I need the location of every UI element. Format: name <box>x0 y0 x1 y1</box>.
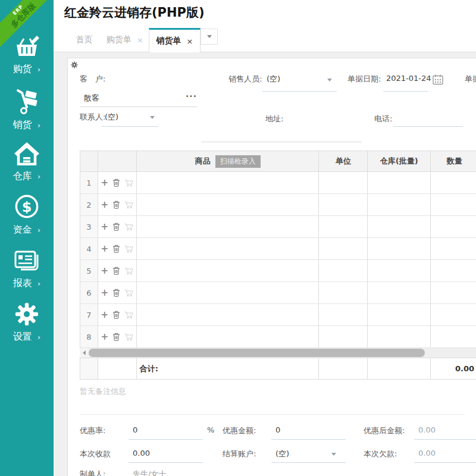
scrollbar-thumb[interactable] <box>89 349 425 357</box>
discount-rate-input[interactable]: 0 <box>129 425 203 440</box>
add-row-icon[interactable]: + <box>101 201 109 209</box>
warehouse-cell[interactable] <box>368 238 431 260</box>
scan-gun-entry-button[interactable]: 扫描枪录入 <box>215 155 261 168</box>
address-label: 地址: <box>265 114 283 124</box>
after-discount-value: 0.00 <box>414 425 476 440</box>
contact-select[interactable]: (空) <box>102 112 158 127</box>
unit-cell[interactable] <box>319 172 368 194</box>
account-select[interactable]: (空) <box>271 449 346 463</box>
cart-icon[interactable] <box>124 333 133 341</box>
delete-row-icon[interactable] <box>112 333 120 341</box>
warehouse-cell[interactable] <box>368 260 431 282</box>
warehouse-cell[interactable] <box>368 282 431 304</box>
product-cell[interactable] <box>137 282 320 304</box>
docno-label: 单据 <box>465 74 476 84</box>
sidebar-item-reports[interactable]: 报表› <box>0 250 54 290</box>
add-row-icon[interactable]: + <box>101 267 109 275</box>
unit-cell[interactable] <box>319 326 368 348</box>
cart-icon[interactable] <box>124 267 133 275</box>
qty-cell[interactable] <box>431 238 476 260</box>
sidebar-item-purchase[interactable]: 购货› <box>0 35 54 76</box>
scroll-left-button[interactable] <box>80 348 89 358</box>
row-number: 4 <box>80 238 98 260</box>
product-cell[interactable] <box>137 326 320 348</box>
dollar-icon: $ <box>14 194 39 219</box>
date-input[interactable]: 2021-01-24 <box>383 74 428 92</box>
warehouse-cell[interactable] <box>368 172 431 194</box>
discount-amount-input[interactable]: 0 <box>271 425 346 440</box>
customer-picker-button[interactable]: ··· <box>186 92 197 101</box>
delete-row-icon[interactable] <box>112 223 120 231</box>
add-row-icon[interactable]: + <box>101 311 109 319</box>
add-row-icon[interactable]: + <box>101 223 109 231</box>
close-icon[interactable]: × <box>137 36 143 45</box>
qty-cell[interactable] <box>431 260 476 282</box>
qty-cell[interactable] <box>431 282 476 304</box>
total-warehouse-cell <box>368 358 431 380</box>
cart-icon[interactable] <box>124 311 133 319</box>
product-cell[interactable] <box>137 304 320 326</box>
add-row-icon[interactable]: + <box>101 289 109 297</box>
tab-purchase-order[interactable]: 购货单 × <box>101 28 149 52</box>
cart-icon[interactable] <box>124 223 133 231</box>
row-number: 2 <box>80 194 98 216</box>
panel-gear-icon[interactable] <box>71 61 78 68</box>
total-unit-cell <box>319 358 368 380</box>
sidebar-item-settings[interactable]: 设置› <box>0 302 54 343</box>
unit-cell[interactable] <box>319 282 368 304</box>
delete-row-icon[interactable] <box>112 289 120 297</box>
tab-home[interactable]: 首页 <box>67 28 101 52</box>
unit-cell[interactable] <box>319 260 368 282</box>
delete-row-icon[interactable] <box>112 267 120 275</box>
warehouse-cell[interactable] <box>368 194 431 216</box>
cart-icon[interactable] <box>124 289 133 297</box>
total-actions-cell <box>98 358 137 380</box>
unit-cell[interactable] <box>319 216 368 238</box>
product-cell[interactable] <box>137 216 320 238</box>
delete-row-icon[interactable] <box>112 178 120 187</box>
cart-icon[interactable] <box>124 245 133 253</box>
unit-cell[interactable] <box>319 238 368 260</box>
warehouse-cell[interactable] <box>368 216 431 238</box>
close-icon[interactable]: × <box>187 37 193 46</box>
product-cell[interactable] <box>137 172 320 194</box>
qty-cell[interactable] <box>431 172 476 194</box>
salesperson-select[interactable]: (空) <box>262 74 337 92</box>
cart-icon[interactable] <box>124 179 133 187</box>
add-row-icon[interactable]: + <box>101 245 109 253</box>
row-actions: + <box>98 260 137 282</box>
received-input[interactable]: 0.00 <box>129 449 203 463</box>
chevron-right-icon: › <box>37 333 40 342</box>
horizontal-scrollbar[interactable] <box>80 348 476 358</box>
sidebar-item-warehouse[interactable]: 仓库› <box>0 142 54 183</box>
warehouse-cell[interactable] <box>368 326 431 348</box>
tab-list-dropdown[interactable] <box>201 29 218 45</box>
row-actions: + <box>98 238 137 260</box>
warehouse-cell[interactable] <box>368 304 431 326</box>
product-cell[interactable] <box>137 238 320 260</box>
phone-input[interactable] <box>393 114 463 127</box>
tab-sales-order[interactable]: 销货单 × <box>149 28 201 52</box>
delete-row-icon[interactable] <box>112 201 120 209</box>
product-cell[interactable] <box>137 194 320 216</box>
sidebar-item-sales[interactable]: 销货› <box>0 88 54 131</box>
delete-row-icon[interactable] <box>112 311 120 319</box>
sidebar-item-funds[interactable]: $ 资金› <box>0 194 54 236</box>
tab-bar: 首页 购货单 × 销货单 × <box>54 28 476 52</box>
qty-cell[interactable] <box>431 216 476 238</box>
qty-cell[interactable] <box>431 326 476 348</box>
remark-input[interactable]: 暂无备注信息 <box>80 386 126 397</box>
qty-cell[interactable] <box>431 194 476 216</box>
table-row: 8 + <box>80 326 476 348</box>
unit-cell[interactable] <box>319 194 368 216</box>
qty-cell[interactable] <box>431 304 476 326</box>
calendar-icon[interactable] <box>432 74 444 86</box>
cart-icon[interactable] <box>124 201 133 209</box>
add-row-icon[interactable]: + <box>101 333 109 341</box>
delete-row-icon[interactable] <box>112 245 120 253</box>
customer-input[interactable]: 散客 <box>80 90 197 107</box>
unit-cell[interactable] <box>319 304 368 326</box>
product-cell[interactable] <box>137 260 320 282</box>
address-input[interactable] <box>201 142 362 142</box>
add-row-icon[interactable]: + <box>101 179 109 187</box>
